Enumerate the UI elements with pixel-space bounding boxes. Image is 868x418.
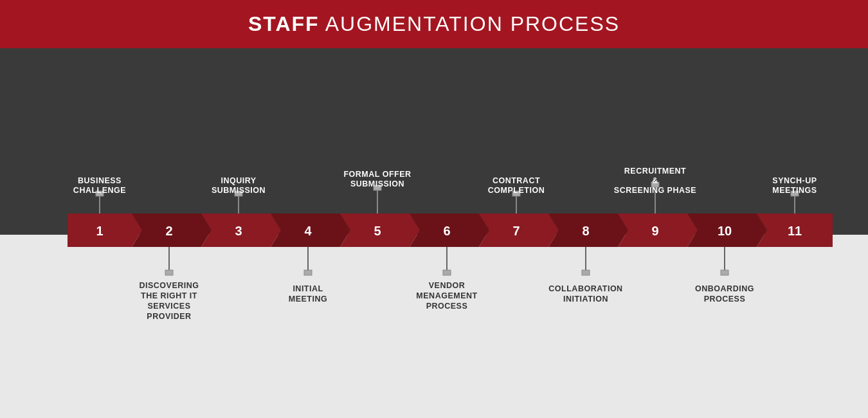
step-11-number: 11	[788, 224, 802, 238]
label-2-line2: THE RIGHT IT	[141, 291, 197, 300]
step-7-number: 7	[512, 224, 520, 238]
header: STAFF AUGMENTATION PROCESS	[0, 0, 868, 48]
label-4-line2: MEETING	[289, 295, 327, 304]
step-2-number: 2	[165, 224, 172, 238]
step-3-number: 3	[235, 224, 242, 238]
step-1-shape	[68, 214, 142, 247]
label-9-line2: &	[652, 176, 658, 185]
label-11-line2: MEETINGS	[772, 186, 817, 195]
label-8-line1: COLLABORATION	[548, 284, 622, 293]
dot-10-bottom	[721, 270, 728, 275]
step-9-number: 9	[651, 224, 658, 238]
label-7-line1: CONTRACT	[493, 176, 540, 185]
dot-2-bottom	[165, 270, 173, 275]
dot-8-bottom	[582, 270, 590, 275]
label-3-line1: INQUIRY	[221, 176, 256, 185]
label-6-line2: MENAGEMENT	[416, 291, 477, 300]
step-1-number: 1	[96, 224, 103, 238]
dot-4-bottom	[304, 270, 312, 275]
page-wrapper: STAFF AUGMENTATION PROCESS	[0, 0, 868, 418]
label-11-line1: SYNCH-UP	[772, 176, 817, 185]
label-2-line4: PROVIDER	[147, 312, 191, 321]
label-3-line2: SUBMISSION	[212, 186, 266, 195]
label-5-line1: FORMAL OFFER	[343, 170, 411, 179]
title-bold: STAFF	[248, 12, 320, 35]
label-10-line1: ONBOARDING	[695, 284, 754, 293]
dot-6-bottom	[443, 270, 451, 275]
label-2-line1: DISCOVERING	[139, 281, 199, 290]
step-5-number: 5	[374, 224, 381, 238]
title-normal: AUGMENTATION PROCESS	[320, 12, 620, 35]
label-8-line2: INITIATION	[563, 295, 608, 304]
label-6-line1: VENDOR	[429, 281, 465, 290]
label-1-line2: CHALLENGE	[73, 186, 126, 195]
step-4-number: 4	[304, 224, 312, 238]
label-10-line2: PROCESS	[704, 295, 746, 304]
label-1-line1: BUSINESS	[78, 176, 122, 185]
label-2-line3: SERVICES	[148, 302, 191, 311]
label-9-line1: RECRUITMENT	[624, 167, 686, 176]
label-6-line3: PROCESS	[426, 302, 468, 311]
label-4-line1: INITIAL	[293, 284, 323, 293]
process-area: 1 2 3 4 5 6 7 8 9 10 11 BUSINESS CHALLEN…	[0, 48, 868, 418]
step-6-number: 6	[443, 224, 450, 238]
timeline-svg: 1 2 3 4 5 6 7 8 9 10 11 BUSINESS CHALLEN…	[0, 48, 868, 418]
step-10-number: 10	[718, 224, 732, 238]
label-9-line3: SCREENING PHASE	[614, 186, 696, 195]
page-title: STAFF AUGMENTATION PROCESS	[248, 12, 620, 36]
step-8-number: 8	[582, 224, 589, 238]
label-7-line2: COMPLETION	[488, 186, 545, 195]
label-5-line2: SUBMISSION	[350, 179, 404, 188]
